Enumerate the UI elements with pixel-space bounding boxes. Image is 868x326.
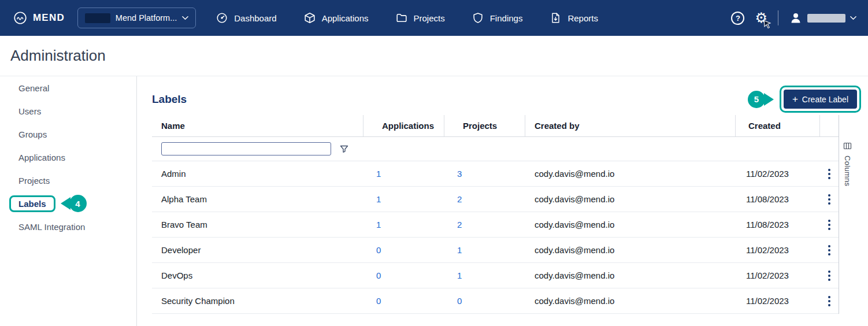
label-name-cell: Developer <box>152 245 363 255</box>
projects-count-cell: 3 <box>444 169 525 179</box>
label-name-cell: Bravo Team <box>152 220 363 229</box>
step-number-badge: 5 <box>748 91 765 108</box>
filter-button[interactable] <box>339 144 349 154</box>
nav-item-reports[interactable]: Reports <box>549 12 598 24</box>
applications-count-cell: 0 <box>363 245 444 255</box>
sidebar-item-label: Groups <box>18 129 47 139</box>
projects-count-cell: 2 <box>444 194 525 204</box>
columns-panel-toggle[interactable]: Columns <box>839 115 856 314</box>
row-actions-kebab-icon[interactable] <box>826 243 833 258</box>
mend-logo[interactable]: MEND <box>13 10 65 25</box>
applications-count-cell: 0 <box>363 271 444 280</box>
column-header-created-by[interactable]: Created by <box>525 115 736 136</box>
column-header-projects[interactable]: Projects <box>444 115 525 136</box>
row-actions-kebab-icon[interactable] <box>826 268 833 283</box>
sidebar-item-applications[interactable]: Applications <box>0 146 136 169</box>
table-row: DevOps 0 1 cody.davis@mend.io 11/02/2023 <box>152 263 839 288</box>
label-name-cell: DevOps <box>152 271 363 280</box>
nav-item-findings[interactable]: Findings <box>472 12 523 24</box>
sidebar-item-labels[interactable]: Labels 4 <box>0 192 136 215</box>
projects-count-link[interactable]: 2 <box>457 194 462 204</box>
create-label-button-label: Create Label <box>802 95 848 104</box>
projects-count-link[interactable]: 2 <box>457 220 462 229</box>
applications-count-cell: 1 <box>363 169 444 179</box>
applications-count-link[interactable]: 1 <box>376 194 381 204</box>
table-header-row: Name Applications Projects Created by Cr… <box>152 115 839 137</box>
topnav-divider <box>778 10 778 25</box>
sidebar-item-general[interactable]: General <box>0 76 136 99</box>
column-header-applications[interactable]: Applications <box>363 115 444 136</box>
create-label-button[interactable]: + Create Label <box>784 90 857 109</box>
dashboard-icon <box>216 12 228 24</box>
table-row: Developer 0 1 cody.davis@mend.io 11/02/2… <box>152 238 839 263</box>
plus-icon: + <box>792 94 798 104</box>
top-navigation: MEND Mend Platform... Dashboard Applicat… <box>0 0 868 36</box>
nav-label: Reports <box>567 13 598 23</box>
table-row: Admin 1 3 cody.davis@mend.io 11/02/2023 <box>152 161 839 187</box>
annotation-step-4: 4 <box>61 195 87 212</box>
admin-sidebar: General Users Groups Applications Projec… <box>0 76 137 326</box>
row-actions-cell <box>820 166 839 181</box>
sidebar-item-projects[interactable]: Projects <box>0 169 136 192</box>
annotation-step-5: 5 <box>748 91 774 108</box>
table-body: Admin 1 3 cody.davis@mend.io 11/02/2023 … <box>152 161 839 314</box>
label-name-cell: Alpha Team <box>152 194 363 204</box>
created-by-cell: cody.davis@mend.io <box>525 169 736 179</box>
projects-count-link[interactable]: 3 <box>457 169 462 179</box>
projects-count-link[interactable]: 1 <box>457 245 462 255</box>
sidebar-item-label: Users <box>18 106 41 116</box>
applications-count-link[interactable]: 0 <box>376 296 381 306</box>
nav-item-applications[interactable]: Applications <box>303 12 369 24</box>
platform-selector[interactable]: Mend Platform... <box>77 8 196 28</box>
settings-button[interactable]: ⚙ <box>755 11 767 25</box>
help-button[interactable]: ? <box>731 12 744 25</box>
created-by-cell: cody.davis@mend.io <box>525 194 736 204</box>
created-by-cell: cody.davis@mend.io <box>525 271 736 280</box>
applications-count-cell: 0 <box>363 296 444 306</box>
redacted-username <box>807 14 845 23</box>
row-actions-cell <box>820 217 839 232</box>
created-date-cell: 11/08/2023 <box>736 220 820 229</box>
sidebar-item-users[interactable]: Users <box>0 99 136 123</box>
table-row: Bravo Team 1 2 cody.davis@mend.io 11/08/… <box>152 212 839 238</box>
arrow-left-icon <box>61 197 71 210</box>
label-name-cell: Security Champion <box>152 296 363 306</box>
labels-highlight-box[interactable]: Labels <box>9 195 55 212</box>
user-menu[interactable] <box>789 11 856 25</box>
projects-count-link[interactable]: 0 <box>457 296 462 306</box>
primary-nav: Dashboard Applications Projects <box>216 12 598 24</box>
applications-count-cell: 1 <box>363 194 444 204</box>
row-actions-kebab-icon[interactable] <box>826 217 833 232</box>
applications-count-link[interactable]: 1 <box>376 169 381 179</box>
created-date-cell: 11/08/2023 <box>736 194 820 204</box>
projects-count-link[interactable]: 1 <box>457 271 462 280</box>
nav-item-dashboard[interactable]: Dashboard <box>216 12 276 24</box>
projects-folder-icon <box>395 12 408 24</box>
created-date-cell: 11/02/2023 <box>736 245 820 255</box>
applications-count-link[interactable]: 1 <box>376 220 381 229</box>
labels-table: Name Applications Projects Created by Cr… <box>152 115 839 314</box>
created-by-cell: cody.davis@mend.io <box>525 296 736 306</box>
projects-count-cell: 0 <box>444 296 525 306</box>
row-actions-cell <box>820 294 839 309</box>
created-date-cell: 11/02/2023 <box>736 296 820 306</box>
nav-label: Findings <box>490 13 523 23</box>
name-filter-input[interactable] <box>161 142 331 155</box>
nav-label: Projects <box>414 13 445 23</box>
applications-count-link[interactable]: 0 <box>376 245 381 255</box>
row-actions-kebab-icon[interactable] <box>826 294 833 309</box>
columns-icon <box>843 142 852 150</box>
created-date-cell: 11/02/2023 <box>736 271 820 280</box>
column-header-created[interactable]: Created <box>736 115 820 136</box>
row-actions-kebab-icon[interactable] <box>826 166 833 181</box>
user-avatar-icon <box>789 11 803 25</box>
applications-count-link[interactable]: 0 <box>376 271 381 280</box>
help-question-icon: ? <box>736 14 740 23</box>
row-actions-kebab-icon[interactable] <box>826 192 833 207</box>
column-header-name[interactable]: Name <box>152 115 363 136</box>
sidebar-item-saml-integration[interactable]: SAML Integration <box>0 215 136 238</box>
sidebar-item-groups[interactable]: Groups <box>0 123 136 146</box>
created-date-cell: 11/02/2023 <box>736 169 820 179</box>
nav-item-projects[interactable]: Projects <box>395 12 445 24</box>
applications-count-cell: 1 <box>363 220 444 229</box>
